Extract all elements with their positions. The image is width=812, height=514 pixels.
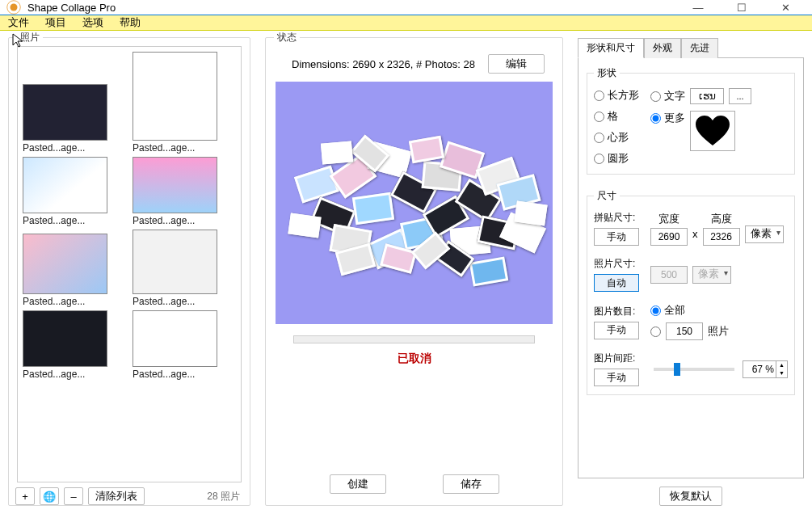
clear-list-button[interactable]: 清除列表: [88, 487, 145, 505]
menu-options[interactable]: 选项: [82, 15, 103, 30]
shape-fieldset: 形状 长方形 格 心形 圆形 文字 ...: [587, 66, 795, 175]
spacing-spinner[interactable]: ▲▼: [743, 360, 788, 378]
dimensions-text: Dimensions: 2690 x 2326, # Photos: 28: [292, 58, 475, 70]
photos-panel-title: 照片: [17, 31, 43, 44]
edit-button[interactable]: 编辑: [488, 54, 545, 74]
app-icon: [6, 0, 21, 15]
shape-text-radio[interactable]: 文字: [650, 89, 685, 103]
menu-file[interactable]: 文件: [8, 15, 29, 30]
menu-help[interactable]: 帮助: [120, 15, 141, 30]
spinner-down-icon[interactable]: ▼: [776, 369, 787, 377]
restore-defaults-button[interactable]: 恢复默认: [659, 487, 722, 506]
status-panel: 状态 Dimensions: 2690 x 2326, # Photos: 28…: [265, 37, 563, 506]
width-input[interactable]: [650, 228, 688, 246]
menu-bar: 文件 项目 选项 帮助: [0, 15, 812, 31]
heart-icon: [694, 115, 731, 147]
thumbnail-item[interactable]: Pasted...age...: [133, 157, 229, 226]
photo-unit-select: 像素: [692, 266, 731, 284]
thumbnail-item[interactable]: Pasted...age...: [133, 52, 229, 154]
x-separator: x: [692, 228, 698, 240]
photo-count-label: 图片数目:: [594, 305, 644, 318]
window-title: Shape Collage Pro: [27, 2, 686, 14]
shape-heart-radio[interactable]: 心形: [594, 130, 639, 145]
settings-sidebar: 形状和尺寸 外观 先进 形状 长方形 格 心形 圆形 文字: [578, 37, 804, 506]
collage-size-label: 拼贴尺寸:: [594, 211, 644, 225]
thumbnail-label: Pasted...age...: [23, 215, 111, 226]
tab-shape-size[interactable]: 形状和尺寸: [578, 38, 644, 58]
window-close-button[interactable]: ✕: [773, 2, 797, 14]
photos-count-label: 28 照片: [207, 490, 243, 503]
add-photo-button[interactable]: +: [15, 487, 35, 505]
tab-advanced[interactable]: 先进: [681, 38, 718, 58]
spacing-value-input[interactable]: [743, 360, 776, 378]
photos-list[interactable]: Pasted...age... Pasted...age... Pasted..…: [17, 46, 242, 482]
photo-count-all-radio[interactable]: 全部: [650, 303, 685, 318]
shape-text-input[interactable]: [690, 88, 724, 104]
shape-legend: 形状: [594, 66, 620, 80]
svg-point-1: [11, 4, 18, 11]
progress-bar: [293, 335, 535, 343]
spacing-manual-button[interactable]: 手动: [594, 369, 639, 386]
thumbnail-label: Pasted...age...: [133, 296, 221, 307]
menu-project[interactable]: 项目: [45, 15, 66, 30]
thumbnail-label: Pasted...age...: [133, 369, 221, 380]
thumbnail-item[interactable]: Pasted...age...: [133, 230, 229, 307]
window-minimize-button[interactable]: —: [686, 2, 710, 14]
spacing-label: 图片间距:: [594, 352, 644, 365]
window-titlebar: Shape Collage Pro — ☐ ✕: [0, 0, 812, 15]
save-button[interactable]: 储存: [443, 474, 499, 494]
shape-rect-radio[interactable]: 长方形: [594, 88, 639, 103]
height-input[interactable]: [703, 228, 740, 246]
shape-text-browse-button[interactable]: ...: [729, 88, 751, 104]
photos-panel: 照片 Pasted...age... Pasted...age... Paste…: [8, 37, 250, 506]
collage-size-manual-button[interactable]: 手动: [594, 228, 639, 246]
thumbnail-item[interactable]: Pasted...age...: [23, 234, 120, 307]
create-button[interactable]: 创建: [330, 474, 386, 494]
thumbnail-label: Pasted...age...: [23, 142, 111, 154]
shape-grid-radio[interactable]: 格: [594, 109, 639, 124]
tab-appearance[interactable]: 外观: [644, 38, 681, 58]
photo-size-auto-button[interactable]: 自动: [594, 274, 639, 292]
collage-unit-select[interactable]: 像素: [745, 225, 784, 243]
photo-count-input[interactable]: [666, 322, 703, 340]
size-legend: 尺寸: [594, 189, 620, 203]
photo-size-input: [650, 266, 688, 284]
thumbnail-label: Pasted...age...: [23, 369, 111, 380]
collage-preview: [289, 98, 540, 308]
thumbnail-item[interactable]: Pasted...age...: [133, 310, 229, 380]
thumbnail-item[interactable]: Pasted...age...: [23, 157, 120, 226]
thumbnail-item[interactable]: Pasted...age...: [23, 310, 120, 380]
shape-more-radio[interactable]: 更多: [650, 111, 685, 125]
spinner-up-icon[interactable]: ▲: [776, 361, 787, 369]
photo-size-label: 照片尺寸:: [594, 257, 644, 271]
shape-preview-box[interactable]: [690, 111, 735, 151]
photos-suffix-label: 照片: [708, 324, 729, 339]
width-label: 宽度: [658, 212, 679, 226]
thumbnail-label: Pasted...age...: [133, 215, 221, 226]
thumbnail-item[interactable]: Pasted...age...: [23, 84, 120, 154]
thumbnail-label: Pasted...age...: [133, 142, 221, 154]
status-message: 已取消: [276, 352, 553, 366]
window-maximize-button[interactable]: ☐: [730, 2, 754, 14]
thumbnail-label: Pasted...age...: [23, 296, 111, 307]
spacing-slider[interactable]: [654, 368, 734, 371]
height-label: 高度: [711, 212, 732, 226]
remove-photo-button[interactable]: –: [64, 487, 83, 505]
status-panel-title: 状态: [274, 31, 300, 44]
size-fieldset: 尺寸 拼贴尺寸: 手动 宽度 x 高度: [587, 189, 795, 395]
globe-icon: 🌐: [43, 491, 56, 503]
web-photo-button[interactable]: 🌐: [40, 487, 59, 505]
photo-count-manual-button[interactable]: 手动: [594, 322, 639, 339]
shape-circle-radio[interactable]: 圆形: [594, 151, 639, 166]
preview-area: [276, 82, 553, 324]
photo-count-num-radio[interactable]: [650, 327, 661, 337]
